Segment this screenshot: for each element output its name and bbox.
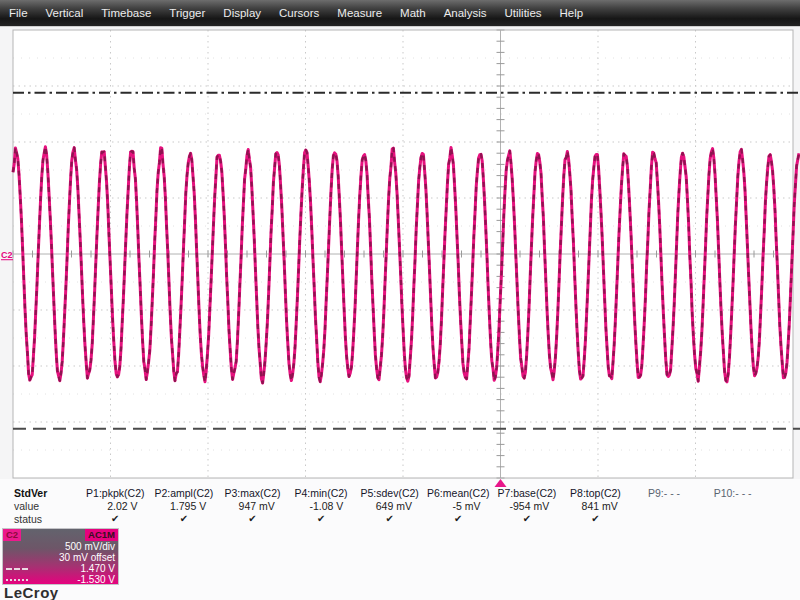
table-row-label-status: status	[0, 513, 81, 526]
dotted-line-style-icon	[6, 579, 28, 581]
menu-item-utilities[interactable]: Utilities	[495, 0, 550, 26]
measure-value-p6: -5 mV	[424, 500, 493, 513]
menu-item-help[interactable]: Help	[551, 0, 593, 26]
menu-item-vertical[interactable]: Vertical	[37, 0, 93, 26]
trigger-time-marker[interactable]	[495, 479, 507, 487]
oscilloscope-screen: FileVerticalTimebaseTriggerDisplayCursor…	[0, 0, 800, 600]
measure-value-p9	[630, 500, 699, 513]
measure-value-p1: 2.02 V	[81, 500, 150, 513]
measure-value-p10	[698, 500, 767, 513]
measure-label-p2[interactable]: P2:ampl(C2)	[150, 487, 219, 500]
measure-status-p7: ✔	[493, 513, 562, 526]
menu-item-analysis[interactable]: Analysis	[435, 0, 496, 26]
measure-value-p5: 649 mV	[355, 500, 424, 513]
measure-label-p7[interactable]: P7:base(C2)	[493, 487, 562, 500]
measure-status-p9	[630, 513, 699, 526]
table-row-label-header: StdVer	[0, 487, 81, 500]
channel-descriptor-box[interactable]: C2 AC1M 500 mV/div 30 mV offset 1.470 V …	[2, 528, 119, 585]
measure-status-p4: ✔	[287, 513, 356, 526]
measure-value-p7: -954 mV	[493, 500, 562, 513]
measure-label-p3[interactable]: P3:max(C2)	[218, 487, 287, 500]
measure-value-p2: 1.795 V	[150, 500, 219, 513]
channel-c2-zero-marker[interactable]: C2	[1, 250, 13, 260]
measure-label-p4[interactable]: P4:min(C2)	[287, 487, 356, 500]
menu-item-measure[interactable]: Measure	[328, 0, 391, 26]
measure-status-p5: ✔	[355, 513, 424, 526]
channel-badge[interactable]: C2	[3, 529, 21, 541]
measure-label-p1[interactable]: P1:pkpk(C2)	[81, 487, 150, 500]
upper-level-readout: 1.470 V	[81, 563, 115, 574]
measure-label-p10[interactable]: P10:- - -	[698, 487, 767, 500]
volts-per-div: 500 mV/div	[3, 541, 118, 552]
measure-status-p8: ✔	[561, 513, 630, 526]
lecroy-logo: LeCroy	[4, 584, 61, 600]
measure-status-p1: ✔	[81, 513, 150, 526]
measurement-table: StdVerP1:pkpk(C2)P2:ampl(C2)P3:max(C2)P4…	[0, 487, 800, 526]
measure-value-p8: 841 mV	[561, 500, 630, 513]
menu-bar: FileVerticalTimebaseTriggerDisplayCursor…	[0, 0, 800, 27]
measure-status-p10	[698, 513, 767, 526]
dashdot-line-style-icon	[6, 568, 28, 570]
menu-item-file[interactable]: File	[0, 0, 37, 26]
lower-level-readout: -1.530 V	[77, 574, 115, 585]
measure-label-p8[interactable]: P8:top(C2)	[561, 487, 630, 500]
measure-status-p3: ✔	[218, 513, 287, 526]
measure-status-p6: ✔	[424, 513, 493, 526]
measure-label-p6[interactable]: P6:mean(C2)	[424, 487, 493, 500]
measure-value-p4: -1.08 V	[287, 500, 356, 513]
menu-item-display[interactable]: Display	[214, 0, 270, 26]
menu-item-trigger[interactable]: Trigger	[160, 0, 214, 26]
menu-item-math[interactable]: Math	[391, 0, 435, 26]
coupling-badge[interactable]: AC1M	[85, 529, 118, 541]
measure-label-p5[interactable]: P5:sdev(C2)	[355, 487, 424, 500]
menu-item-cursors[interactable]: Cursors	[270, 0, 328, 26]
measure-value-p3: 947 mV	[218, 500, 287, 513]
measure-label-p9[interactable]: P9:- - -	[630, 487, 699, 500]
menu-item-timebase[interactable]: Timebase	[92, 0, 160, 26]
measure-status-p2: ✔	[150, 513, 219, 526]
offset-readout: 30 mV offset	[3, 552, 118, 563]
table-row-label-value: value	[0, 500, 81, 513]
waveform-display: C2	[0, 0, 800, 494]
